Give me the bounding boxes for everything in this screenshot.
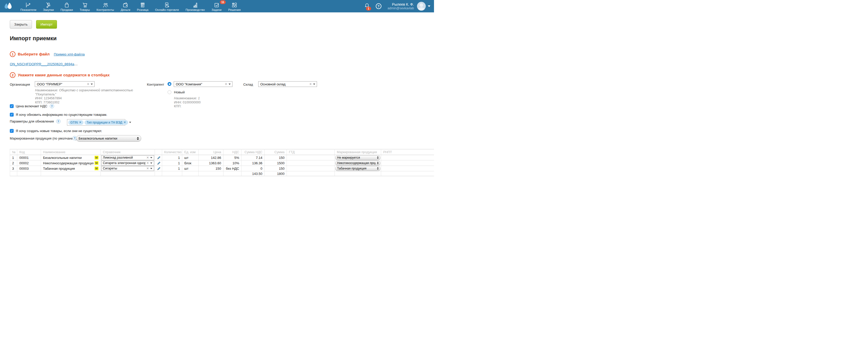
file-ellipsis: … [74, 62, 78, 66]
select-spinner-icon [377, 167, 379, 170]
close-button[interactable]: Закрыть [10, 20, 32, 29]
nav-item-solutions[interactable]: Решения [225, 0, 244, 12]
price-includes-vat-checkbox[interactable]: ✓ [10, 104, 14, 108]
update-existing-checkbox[interactable]: ✓ [10, 113, 14, 117]
col-num: № [10, 149, 17, 155]
nav-help-button[interactable]: ? [376, 3, 381, 9]
user-menu-caret-icon[interactable] [428, 5, 430, 7]
clear-icon[interactable]: ✕ [87, 82, 89, 86]
nav-item-production[interactable]: Производство [182, 0, 208, 12]
nav-item-retail[interactable]: Розница [133, 0, 152, 12]
marked-default-select[interactable]: Безалкогольные напитки [76, 135, 141, 142]
clear-icon[interactable]: ✕ [225, 82, 227, 86]
create-new-checkbox[interactable]: ✓ [10, 129, 14, 133]
main-menu: Показатели Закупки Продажи Товары Контра… [17, 0, 244, 12]
chevron-down-icon[interactable] [129, 122, 131, 123]
row-num: 2 [10, 160, 17, 166]
reference-combobox[interactable]: Сигареты ✕ [101, 166, 154, 171]
clear-icon[interactable]: ✕ [146, 156, 149, 159]
update-params-multiselect[interactable]: GTIN✕ Тип продукции и ТН ВЭД✕ [67, 119, 125, 126]
chevron-down-icon[interactable] [150, 157, 152, 158]
nav-item-purchases[interactable]: Закупки [40, 0, 57, 12]
table-row: 3 00003 Табачная продукцияМ Сигареты ✕ 1… [10, 166, 434, 171]
avatar-torso [418, 7, 425, 10]
col-price: Цена [199, 149, 223, 155]
counterparty-existing-radio[interactable] [167, 82, 172, 86]
moysklad-logo[interactable] [3, 2, 13, 11]
counterparty-label: Контрагент [147, 83, 164, 86]
organization-detail-name: Наименование: Общество с ограниченной от… [35, 88, 143, 96]
selected-file-link[interactable]: ON_NSCHFDOPPR___20250620_8694a [10, 62, 74, 66]
nav-item-label: Контрагенты [96, 8, 114, 11]
warehouse-combobox[interactable]: Основной склад ✕ [258, 81, 317, 87]
clear-icon[interactable]: ✕ [309, 82, 312, 86]
tasks-icon [214, 2, 220, 8]
toolbar: Закрыть Импорт [10, 20, 57, 29]
nav-item-products[interactable]: Товары [76, 0, 93, 12]
chevron-down-icon[interactable] [91, 84, 93, 85]
warehouse-value: Основной склад [258, 82, 309, 86]
param-tag-label: Тип продукции и ТН ВЭД [87, 121, 122, 124]
notifications-badge: 1 [366, 7, 371, 10]
table-row: 2 00002 Никотиносодержащая продукцияМ Си… [10, 160, 434, 166]
chevron-down-icon[interactable] [228, 84, 231, 85]
organization-combobox[interactable]: ООО "ПРИМЕР" ✕ [35, 81, 95, 87]
col-reference: Справочник [101, 149, 155, 155]
reference-value: Сигарета электронная одноразо [101, 161, 146, 165]
row-num: 3 [10, 166, 17, 171]
clear-icon[interactable]: ✕ [146, 161, 149, 165]
param-tag-label: GTIN [70, 121, 78, 124]
row-vat: 5% [223, 155, 242, 160]
user-menu[interactable]: Рылеев К. Ф. admin@sevkavlab [388, 2, 414, 10]
nav-item-sales[interactable]: Продажи [57, 0, 76, 12]
marked-product-value: Никотиносодержащая прод [337, 161, 375, 165]
row-name: Табачная продукция [43, 167, 94, 171]
counterparty-new-radio[interactable] [167, 90, 172, 94]
counterparty-combobox[interactable]: ООО "Компания" ✕ [174, 81, 232, 87]
organization-value: ООО "ПРИМЕР" [35, 82, 86, 86]
help-icon[interactable]: ? [50, 104, 54, 108]
chevron-down-icon[interactable] [313, 84, 315, 85]
col-unit: Ед. изм [182, 149, 199, 155]
import-items-table: № Код Наименование Справочник Количество… [10, 149, 434, 176]
total-sum: 1800 [265, 171, 287, 176]
notifications-bell[interactable]: 1 [364, 3, 370, 10]
marked-product-select[interactable]: Табачная продукция [335, 166, 380, 171]
table-header-row: № Код Наименование Справочник Количество… [10, 149, 434, 155]
nav-item-indicators[interactable]: Показатели [17, 0, 40, 12]
clear-icon[interactable]: ✕ [146, 167, 149, 170]
counterparty-new-label: Новый [174, 90, 185, 94]
nav-item-label: Товары [80, 8, 90, 11]
row-vat-sum: 136.36 [242, 160, 265, 166]
col-quantity: Количество [162, 149, 182, 155]
help-icon[interactable]: ? [56, 119, 61, 123]
counterparty-detail-kpp: КПП: [174, 105, 251, 109]
money-icon [122, 2, 128, 8]
edit-pencil-icon[interactable] [157, 167, 161, 171]
select-spinner-icon [377, 156, 379, 159]
sample-xml-link[interactable]: Пример xml-файла [54, 52, 85, 56]
marked-product-select[interactable]: Не маркируется [335, 155, 380, 160]
remove-tag-icon[interactable]: ✕ [123, 121, 126, 124]
edit-pencil-icon[interactable] [157, 161, 161, 165]
chevron-down-icon[interactable] [150, 168, 152, 169]
reference-combobox[interactable]: Сигарета электронная одноразо ✕ [101, 161, 154, 166]
nav-item-label: Деньги [121, 8, 130, 11]
row-vat-sum: 7.14 [242, 155, 265, 160]
chevron-down-icon[interactable] [150, 162, 152, 164]
row-gtd [287, 166, 335, 171]
marked-product-select[interactable]: Никотиносодержащая прод [335, 161, 380, 166]
user-avatar[interactable] [417, 2, 426, 10]
nav-item-tasks[interactable]: 11 Задачи [208, 0, 225, 12]
nav-item-online-trade[interactable]: Онлайн-торговля [152, 0, 182, 12]
col-vat-sum: Сумма НДС [242, 149, 265, 155]
nav-item-label: Решения [228, 8, 241, 11]
nav-item-counterparties[interactable]: Контрагенты [93, 0, 117, 12]
select-spinner-icon [137, 137, 139, 140]
import-button[interactable]: Импорт [36, 20, 57, 29]
reference-combobox[interactable]: Лимонад разливной ✕ [101, 155, 154, 160]
edit-pencil-icon[interactable] [157, 156, 161, 160]
remove-tag-icon[interactable]: ✕ [79, 121, 82, 124]
row-vat: 10% [223, 160, 242, 166]
nav-item-money[interactable]: Деньги [117, 0, 133, 12]
